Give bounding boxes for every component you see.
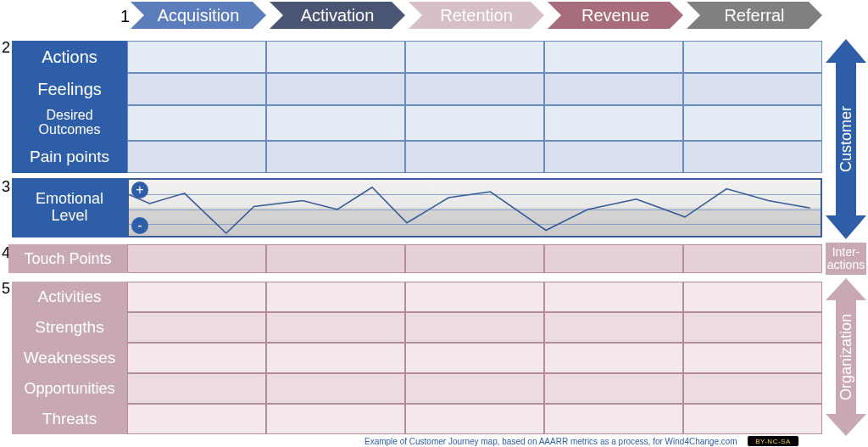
stage-label: Referral — [687, 2, 822, 29]
grid-cell — [544, 373, 683, 404]
grid-cell — [266, 244, 405, 273]
grid-cell — [544, 343, 683, 373]
interactions-box: Inter- actions — [826, 243, 866, 275]
grid-cell — [544, 141, 683, 173]
row-label-activities: Activities — [12, 282, 127, 312]
grid-cell — [683, 73, 822, 105]
row-label-touch-points: Touch Points — [8, 244, 127, 273]
grid-cell — [405, 41, 544, 73]
grid-cell — [683, 105, 822, 141]
grid-cell — [544, 73, 683, 105]
section-number-customer: 2 — [2, 39, 10, 57]
grid-cell — [266, 343, 405, 373]
organization-arrow: Organization — [826, 278, 866, 436]
customer-grid — [127, 41, 822, 173]
row-label-pain-points: Pain points — [12, 141, 127, 173]
grid-cell — [405, 404, 544, 434]
grid-cell — [544, 312, 683, 343]
row-label-actions: Actions — [12, 41, 127, 73]
grid-cell — [266, 73, 405, 105]
grid-cell — [127, 244, 266, 273]
plus-icon: + — [131, 182, 148, 198]
grid-cell — [266, 282, 405, 312]
grid-cell — [544, 41, 683, 73]
grid-cell — [127, 343, 266, 373]
minus-icon: - — [131, 217, 148, 234]
grid-cell — [405, 373, 544, 404]
grid-cell — [544, 105, 683, 141]
grid-cell — [544, 404, 683, 434]
grid-cell — [266, 373, 405, 404]
grid-cell — [683, 343, 822, 373]
grid-cell — [266, 41, 405, 73]
row-label-strengths: Strengths — [12, 312, 127, 343]
row-label-opportunities: Opportunities — [12, 373, 127, 404]
grid-cell — [683, 373, 822, 404]
grid-cell — [405, 343, 544, 373]
grid-cell — [266, 404, 405, 434]
row-label-feelings: Feelings — [12, 73, 127, 105]
section-number-org: 5 — [2, 280, 10, 298]
emotional-band — [127, 178, 822, 237]
grid-cell — [405, 105, 544, 141]
grid-cell — [127, 373, 266, 404]
stage-label: Revenue — [548, 2, 683, 29]
grid-cell — [127, 312, 266, 343]
section-number-emotional: 3 — [2, 178, 10, 196]
grid-cell — [544, 244, 683, 273]
customer-arrow: Customer — [826, 39, 866, 239]
org-grid — [127, 282, 822, 434]
cc-license-badge: BY-NC-SA — [748, 436, 798, 446]
grid-cell — [127, 105, 266, 141]
grid-cell — [127, 73, 266, 105]
row-label-desired-outcomes: Desired Outcomes — [12, 105, 127, 141]
row-label-threats: Threats — [12, 404, 127, 434]
row-label-weaknesses: Weaknesses — [12, 343, 127, 373]
grid-cell — [683, 404, 822, 434]
grid-cell — [405, 312, 544, 343]
grid-cell — [683, 312, 822, 343]
grid-cell — [127, 404, 266, 434]
footer-caption: Example of Customer Journey map, based o… — [364, 437, 737, 446]
stage-label: Activation — [270, 2, 405, 29]
grid-cell — [266, 141, 405, 173]
stage-revenue: Revenue — [548, 2, 683, 29]
grid-cell — [266, 312, 405, 343]
grid-cell — [544, 282, 683, 312]
emotional-line-chart — [129, 180, 824, 239]
grid-cell — [683, 282, 822, 312]
stage-activation: Activation — [270, 2, 405, 29]
stage-retention: Retention — [409, 2, 544, 29]
grid-cell — [127, 141, 266, 173]
grid-cell — [683, 141, 822, 173]
touch-grid — [127, 244, 822, 273]
grid-cell — [405, 73, 544, 105]
grid-cell — [405, 244, 544, 273]
grid-cell — [127, 41, 266, 73]
stage-row: Acquisition Activation Retention Revenue… — [131, 2, 826, 29]
grid-cell — [266, 105, 405, 141]
organization-arrow-label: Organization — [826, 278, 866, 436]
row-label-emotional-level: Emotional Level — [12, 178, 127, 237]
grid-cell — [683, 244, 822, 273]
stage-label: Acquisition — [131, 2, 266, 29]
grid-cell — [405, 282, 544, 312]
customer-arrow-label: Customer — [826, 39, 866, 239]
grid-cell — [405, 141, 544, 173]
grid-cell — [127, 282, 266, 312]
grid-cell — [683, 41, 822, 73]
stage-referral: Referral — [687, 2, 822, 29]
stage-label: Retention — [409, 2, 544, 29]
stage-number: 1 — [120, 7, 130, 26]
stage-acquisition: Acquisition — [131, 2, 266, 29]
